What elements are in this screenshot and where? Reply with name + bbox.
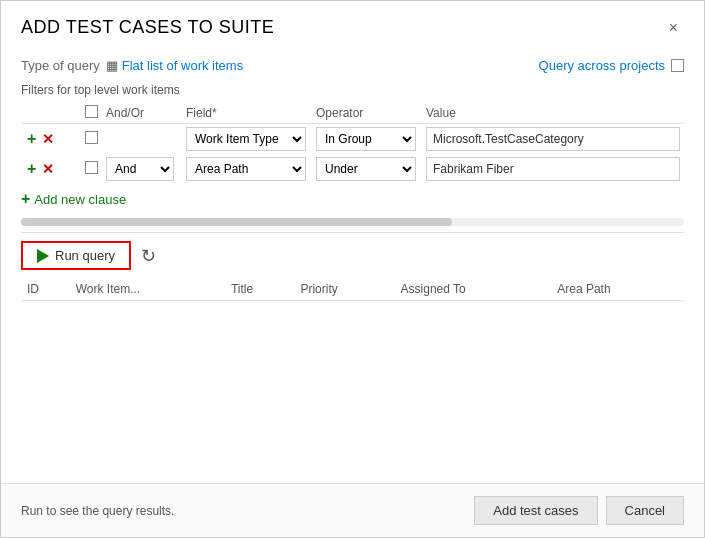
dialog-header: ADD TEST CASES TO SUITE × [1, 1, 704, 48]
col-work-item: Work Item... [70, 278, 225, 301]
col-priority: Priority [294, 278, 394, 301]
type-of-query-label: Type of query [21, 58, 100, 73]
results-table: ID Work Item... Title Priority Assigned … [21, 278, 684, 301]
add-test-cases-dialog: ADD TEST CASES TO SUITE × Type of query … [0, 0, 705, 538]
row-2-add-button[interactable]: + [25, 161, 38, 177]
row-1-checkbox[interactable] [85, 131, 98, 144]
query-across-right: Query across projects [539, 58, 684, 73]
row-1-add-button[interactable]: + [25, 131, 38, 147]
filter-row-1: + ✕ Work Item Type Area Path Title Assig… [21, 124, 684, 155]
dialog-body: Type of query ▦ Flat list of work items … [1, 48, 704, 483]
run-query-label: Run query [55, 248, 115, 263]
col-actions [21, 103, 81, 124]
cancel-button[interactable]: Cancel [606, 496, 684, 525]
query-across-label[interactable]: Query across projects [539, 58, 665, 73]
results-header-row: ID Work Item... Title Priority Assigned … [21, 278, 684, 301]
col-id: ID [21, 278, 70, 301]
header-checkbox[interactable] [85, 105, 98, 118]
filter-row-2: + ✕ And Or Area Path Wo [21, 154, 684, 184]
row-2-andor-select[interactable]: And Or [106, 157, 174, 181]
col-value-header: Value [422, 103, 684, 124]
add-clause-plus-icon: + [21, 190, 30, 208]
dialog-footer: Run to see the query results. Add test c… [1, 483, 704, 537]
col-field-header: Field* [182, 103, 312, 124]
row-2-field-select[interactable]: Area Path Work Item Type Title Assigned … [186, 157, 306, 181]
flat-list-link[interactable]: ▦ Flat list of work items [106, 58, 243, 73]
footer-buttons: Add test cases Cancel [474, 496, 684, 525]
run-query-button[interactable]: Run query [21, 241, 131, 270]
add-clause-row[interactable]: + Add new clause [21, 184, 684, 208]
row-2-operator-select[interactable]: Under Equals Not Equals Not Under [316, 157, 416, 181]
col-operator-header: Operator [312, 103, 422, 124]
col-andor-header: And/Or [102, 103, 182, 124]
query-type-row: Type of query ▦ Flat list of work items … [21, 48, 684, 79]
row-1-value[interactable]: Microsoft.TestCaseCategory [426, 127, 680, 151]
col-area-path: Area Path [551, 278, 684, 301]
col-checkbox-header [81, 103, 102, 124]
row-2-remove-button[interactable]: ✕ [40, 162, 56, 176]
footer-note: Run to see the query results. [21, 504, 174, 518]
col-title: Title [225, 278, 295, 301]
refresh-button[interactable]: ↻ [141, 245, 156, 267]
row-1-actions: + ✕ [25, 131, 77, 147]
grid-icon: ▦ [106, 58, 118, 73]
run-icon [37, 249, 49, 263]
col-assigned-to: Assigned To [395, 278, 552, 301]
row-1-operator-select[interactable]: In Group Not In Group Equals Not Equals [316, 127, 416, 151]
run-query-section: Run query ↻ [21, 232, 684, 274]
dialog-title: ADD TEST CASES TO SUITE [21, 17, 274, 38]
filter-table: And/Or Field* Operator Value + ✕ [21, 103, 684, 184]
scrollbar-thumb[interactable] [21, 218, 452, 226]
row-2-checkbox[interactable] [85, 161, 98, 174]
add-test-cases-button[interactable]: Add test cases [474, 496, 597, 525]
flat-list-label: Flat list of work items [122, 58, 243, 73]
row-1-remove-button[interactable]: ✕ [40, 132, 56, 146]
results-area: ID Work Item... Title Priority Assigned … [21, 274, 684, 483]
horizontal-scrollbar[interactable] [21, 218, 684, 226]
add-clause-label: Add new clause [34, 192, 126, 207]
close-button[interactable]: × [663, 18, 684, 38]
row-2-value[interactable]: Fabrikam Fiber [426, 157, 680, 181]
filters-label: Filters for top level work items [21, 79, 684, 103]
row-1-field-select[interactable]: Work Item Type Area Path Title Assigned … [186, 127, 306, 151]
query-type-left: Type of query ▦ Flat list of work items [21, 58, 243, 73]
row-2-actions: + ✕ [25, 161, 77, 177]
query-across-checkbox[interactable] [671, 59, 684, 72]
